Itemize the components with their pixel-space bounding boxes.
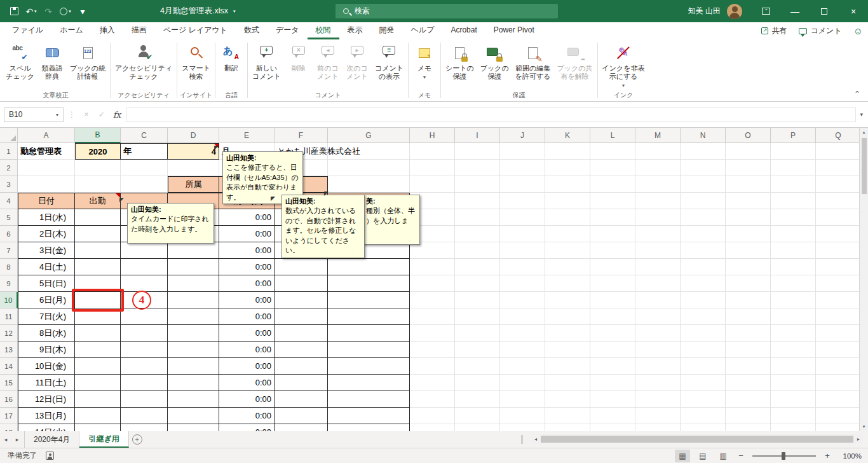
cell-D5[interactable] xyxy=(168,209,219,226)
column-header-D[interactable]: D xyxy=(168,128,219,143)
cell-N8[interactable] xyxy=(681,259,726,275)
cell-A2[interactable] xyxy=(18,160,75,176)
user-avatar[interactable] xyxy=(727,4,742,19)
row-header-14[interactable]: 14 xyxy=(0,358,18,375)
cell-F3[interactable] xyxy=(275,176,328,193)
row-header-5[interactable]: 5 xyxy=(0,209,18,226)
cell-O3[interactable] xyxy=(726,176,771,193)
cell-H9[interactable] xyxy=(410,275,455,292)
cell-O16[interactable] xyxy=(726,391,771,408)
cell-Q17[interactable] xyxy=(816,408,859,424)
ribbon-tab-page-layout[interactable]: ページ レイアウト xyxy=(155,22,236,39)
cell-P9[interactable] xyxy=(771,275,816,292)
cell-I2[interactable] xyxy=(455,160,500,176)
cell-O7[interactable] xyxy=(726,242,771,259)
cell-H10[interactable] xyxy=(410,292,455,308)
cell-L18[interactable] xyxy=(590,424,635,431)
cell-Q8[interactable] xyxy=(816,259,859,275)
cell-O15[interactable] xyxy=(726,375,771,391)
cell-F11[interactable] xyxy=(275,308,328,325)
cell-K16[interactable] xyxy=(545,391,590,408)
cell-E1[interactable]: 月 xyxy=(219,143,275,160)
cell-A11[interactable]: 7日(火) xyxy=(18,308,75,325)
scroll-right-icon[interactable]: ▸ xyxy=(854,436,863,442)
cell-G18[interactable] xyxy=(328,424,410,431)
cell-M14[interactable] xyxy=(635,358,681,375)
cell-M9[interactable] xyxy=(635,275,681,292)
cell-F1[interactable]: とかち川産業株式会社 xyxy=(275,143,328,160)
cell-H15[interactable] xyxy=(410,375,455,391)
cell-E17[interactable]: 0:00 xyxy=(219,408,275,424)
zoom-slider-thumb[interactable] xyxy=(782,452,785,460)
cell-I12[interactable] xyxy=(455,325,500,342)
cell-E15[interactable]: 0:00 xyxy=(219,375,275,391)
cell-L12[interactable] xyxy=(590,325,635,342)
column-header-C[interactable]: C xyxy=(121,128,168,143)
cell-L3[interactable] xyxy=(590,176,635,193)
cell-N9[interactable] xyxy=(681,275,726,292)
zoom-slider[interactable] xyxy=(752,455,816,457)
cell-G6[interactable] xyxy=(328,226,410,242)
cell-A3[interactable] xyxy=(18,176,75,193)
cell-D6[interactable] xyxy=(168,226,219,242)
cell-Q2[interactable] xyxy=(816,160,859,176)
ribbon-tab-file[interactable]: ファイル xyxy=(4,22,51,39)
cell-O18[interactable] xyxy=(726,424,771,431)
save-button[interactable] xyxy=(6,3,22,20)
cell-O17[interactable] xyxy=(726,408,771,424)
cell-C7[interactable] xyxy=(121,242,168,259)
cell-C17[interactable] xyxy=(121,408,168,424)
cell-D1[interactable]: 4 xyxy=(168,143,219,160)
cell-B4[interactable]: 出勤 xyxy=(75,193,121,209)
cell-J1[interactable] xyxy=(500,143,545,160)
cell-G7[interactable] xyxy=(328,242,410,259)
row-header-13[interactable]: 13 xyxy=(0,342,18,358)
cell-O1[interactable] xyxy=(726,143,771,160)
cell-D15[interactable] xyxy=(168,375,219,391)
cell-P16[interactable] xyxy=(771,391,816,408)
row-header-1[interactable]: 1 xyxy=(0,143,18,160)
confirm-entry-button[interactable]: ✓ xyxy=(95,110,108,119)
cell-K4[interactable] xyxy=(545,193,590,209)
cell-B11[interactable] xyxy=(75,308,121,325)
cell-D11[interactable] xyxy=(168,308,219,325)
translate-button[interactable]: あA翻訳 xyxy=(217,41,246,92)
cell-P6[interactable] xyxy=(771,226,816,242)
cell-I4[interactable] xyxy=(455,193,500,209)
cell-C14[interactable] xyxy=(121,358,168,375)
cell-E6[interactable]: 0:00 xyxy=(219,226,275,242)
cell-G10[interactable] xyxy=(328,292,410,308)
cell-J16[interactable] xyxy=(500,391,545,408)
cell-D18[interactable] xyxy=(168,424,219,431)
row-header-17[interactable]: 17 xyxy=(0,408,18,424)
cell-J5[interactable] xyxy=(500,209,545,226)
cell-K14[interactable] xyxy=(545,358,590,375)
cell-O10[interactable] xyxy=(726,292,771,308)
cell-G12[interactable] xyxy=(328,325,410,342)
cell-O8[interactable] xyxy=(726,259,771,275)
cell-G17[interactable] xyxy=(328,408,410,424)
cell-O9[interactable] xyxy=(726,275,771,292)
row-header-18[interactable]: 18 xyxy=(0,424,18,431)
ribbon-tab-power-pivot[interactable]: Power Pivot xyxy=(485,22,543,39)
row-header-11[interactable]: 11 xyxy=(0,308,18,325)
zoom-percentage[interactable]: 100% xyxy=(837,452,862,460)
row-header-4[interactable]: 4 xyxy=(0,193,18,209)
cell-K12[interactable] xyxy=(545,325,590,342)
row-header-8[interactable]: 8 xyxy=(0,259,18,275)
cell-G14[interactable] xyxy=(328,358,410,375)
column-header-N[interactable]: N xyxy=(681,128,726,143)
sheet-tab-2020-04[interactable]: 2020年4月 xyxy=(24,431,79,448)
cell-I16[interactable] xyxy=(455,391,500,408)
sheet-tab-handover[interactable]: 引継ぎ用 xyxy=(79,431,128,448)
cell-A9[interactable]: 5日(日) xyxy=(18,275,75,292)
cell-K17[interactable] xyxy=(545,408,590,424)
cell-O14[interactable] xyxy=(726,358,771,375)
cell-B17[interactable] xyxy=(75,408,121,424)
cell-H12[interactable] xyxy=(410,325,455,342)
cell-P5[interactable] xyxy=(771,209,816,226)
cell-K10[interactable] xyxy=(545,292,590,308)
cell-D2[interactable] xyxy=(168,160,219,176)
cell-Q12[interactable] xyxy=(816,325,859,342)
accessibility-check-button[interactable]: ✔アクセシビリティ チェック xyxy=(112,41,175,92)
